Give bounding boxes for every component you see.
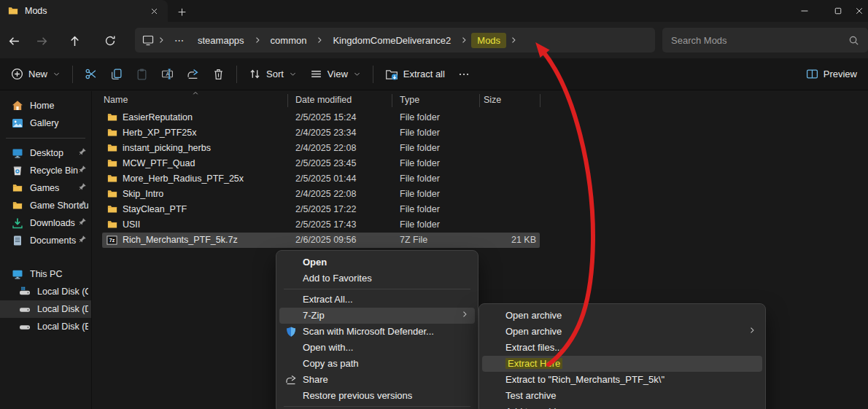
menu-item-share[interactable]: Share (279, 372, 475, 388)
file-type: File folder (400, 143, 440, 153)
preview-button[interactable]: Preview (799, 63, 864, 86)
menu-item-label: Test archive (505, 390, 556, 401)
column-header-date-modified[interactable]: Date modified (295, 95, 352, 105)
menu-item-label: Open archive (505, 310, 562, 321)
menu-item-restore-previous-versions[interactable]: Restore previous versions (279, 388, 475, 404)
menu-item-label: Copy as path (303, 358, 359, 369)
column-separator[interactable] (479, 94, 480, 107)
sidebar-item-recycle-bin[interactable]: Recycle Bin (0, 162, 91, 179)
maximize-button[interactable] (821, 0, 855, 22)
sidebar-item-games[interactable]: Games (0, 179, 91, 197)
sidebar-item-this-pc[interactable]: This PC (0, 265, 91, 283)
delete-button[interactable] (206, 63, 231, 86)
file-type: File folder (400, 219, 440, 230)
column-separator[interactable] (287, 94, 288, 107)
menu-item-extract-files[interactable]: Extract files... (482, 340, 762, 356)
sidebar-item-desktop[interactable]: Desktop (0, 144, 91, 162)
breadcrumb-chevron-icon (314, 36, 325, 44)
file-row-instant-picking-herbs[interactable]: instant_picking_herbs2/4/2025 22:08File … (93, 141, 868, 156)
submenu-arrow-icon (460, 310, 469, 319)
search-input[interactable] (671, 35, 848, 46)
search-icon[interactable] (848, 35, 859, 46)
file-type: File folder (400, 128, 440, 138)
menu-item-label: Restore previous versions (303, 390, 412, 401)
file-name: EasierReputation (123, 112, 193, 122)
breadcrumb-segment-steamapps[interactable]: steamapps (192, 33, 250, 48)
7zip-submenu: Open archiveOpen archiveExtract files...… (478, 303, 766, 409)
sidebar-item-documents[interactable]: Documents (0, 232, 91, 249)
sidebar-item-local-disk-d[interactable]: Local Disk (D:) (0, 300, 91, 318)
close-button[interactable] (855, 0, 868, 22)
share-button[interactable] (180, 63, 206, 86)
file-row-easierreputation[interactable]: EasierReputation2/5/2025 15:24File folde… (93, 110, 868, 125)
breadcrumb-chevron-icon (252, 36, 263, 44)
view-button[interactable]: View (303, 63, 368, 86)
back-button[interactable] (4, 31, 23, 50)
column-header-name[interactable]: Name (104, 95, 128, 105)
monitor-icon[interactable] (142, 34, 154, 46)
paste-button[interactable] (129, 63, 155, 86)
up-button[interactable] (65, 31, 84, 50)
file-row-rich-merchants-ptf-5k-7z[interactable]: 7zRich_Merchants_PTF_5k.7z2/6/2025 09:56… (93, 233, 868, 248)
menu-item-open-archive[interactable]: Open archive (482, 308, 762, 324)
search-box[interactable] (662, 28, 868, 52)
breadcrumb-segment-mods[interactable]: Mods (471, 33, 506, 48)
file-type: File folder (400, 189, 440, 199)
submenu-arrow-icon (748, 326, 756, 335)
tab-close-icon[interactable] (147, 4, 160, 17)
sort-button[interactable]: Sort (242, 63, 303, 86)
menu-item-test-archive[interactable]: Test archive (482, 388, 762, 404)
menu-item-7-zip[interactable]: 7-Zip (279, 308, 475, 324)
menu-item-add-to-archive[interactable]: Add to archive... (482, 404, 762, 409)
file-name: Skip_Intro (123, 189, 163, 199)
menu-item-add-to-favorites[interactable]: Add to Favorites (279, 270, 475, 287)
menu-item-extract-here[interactable]: Extract Here (482, 356, 762, 372)
minimize-button[interactable] (788, 0, 821, 22)
forward-button[interactable] (32, 31, 51, 50)
file-name: More_Herb_Radius_PTF_25x (123, 174, 244, 184)
menu-item-open-with[interactable]: Open with... (279, 340, 475, 356)
address-bar[interactable]: ⋯steamappscommonKingdomComeDeliverance2M… (135, 28, 655, 52)
breadcrumb-overflow[interactable]: ⋯ (168, 33, 190, 48)
refresh-button[interactable] (101, 31, 120, 50)
file-row-stayclean-ptf[interactable]: StayClean_PTF2/5/2025 17:22File folder (93, 202, 868, 217)
sidebar-item-local-disk-e[interactable]: Local Disk (E:) (0, 318, 91, 335)
breadcrumb-segment-common[interactable]: common (265, 33, 313, 48)
toolbar-divider (373, 66, 373, 83)
breadcrumb-segment-kingdomcomedeliverance2[interactable]: KingdomComeDeliverance2 (327, 33, 457, 48)
menu-item-scan-with-microsoft-defender[interactable]: Scan with Microsoft Defender... (279, 324, 475, 340)
new-button[interactable]: New (4, 63, 67, 86)
preview-label: Preview (824, 69, 857, 79)
folder-icon (106, 143, 118, 153)
column-header-size[interactable]: Size (484, 95, 501, 105)
rename-button[interactable]: A (155, 63, 180, 86)
column-separator[interactable] (540, 94, 540, 107)
sidebar-item-local-disk-c[interactable]: Local Disk (C:) (0, 283, 91, 300)
menu-item-copy-as-path[interactable]: Copy as path (279, 356, 475, 372)
file-row-herb-xp-ptf25x[interactable]: Herb_XP_PTF25x2/4/2025 23:34File folder (93, 125, 868, 141)
extract-all-button[interactable]: Extract all (379, 63, 452, 86)
file-row-usii[interactable]: USII2/5/2025 17:43File folder (93, 217, 868, 233)
sidebar-item-game-shortcuts[interactable]: Game Shortcuts (0, 197, 91, 214)
menu-item-open[interactable]: Open (279, 254, 475, 270)
file-row-mcw-ptf-quad[interactable]: MCW_PTF_Quad2/5/2025 23:45File folder (93, 156, 868, 171)
sidebar-item-home[interactable]: Home (0, 97, 91, 114)
sidebar-item-downloads[interactable]: Downloads (0, 214, 91, 232)
menu-item-label: Open with... (303, 342, 353, 353)
menu-item-extract-all[interactable]: Extract All... (279, 292, 475, 308)
column-header-type[interactable]: Type (400, 95, 419, 105)
file-row-more-herb-radius-ptf-25x[interactable]: More_Herb_Radius_PTF_25x2/5/2025 01:44Fi… (93, 171, 868, 187)
column-separator[interactable] (392, 94, 392, 107)
file-row-skip-intro[interactable]: Skip_Intro2/4/2025 22:08File folder (93, 187, 868, 202)
more-options-button[interactable] (452, 63, 476, 86)
column-headers: NameDate modifiedTypeSize (93, 91, 868, 110)
new-tab-button[interactable] (174, 4, 190, 20)
copy-button[interactable] (104, 63, 129, 86)
menu-item-extract-to-rich-merchants-ptf-5k[interactable]: Extract to "Rich_Merchants_PTF_5k\" (482, 372, 762, 388)
cut-button[interactable] (78, 63, 104, 86)
menu-item-open-archive[interactable]: Open archive (482, 324, 762, 340)
explorer-tab[interactable]: Mods (0, 0, 168, 22)
sidebar-item-gallery[interactable]: Gallery (0, 114, 91, 132)
clipboard-icon (136, 68, 148, 80)
sort-ascending-icon (192, 90, 199, 97)
